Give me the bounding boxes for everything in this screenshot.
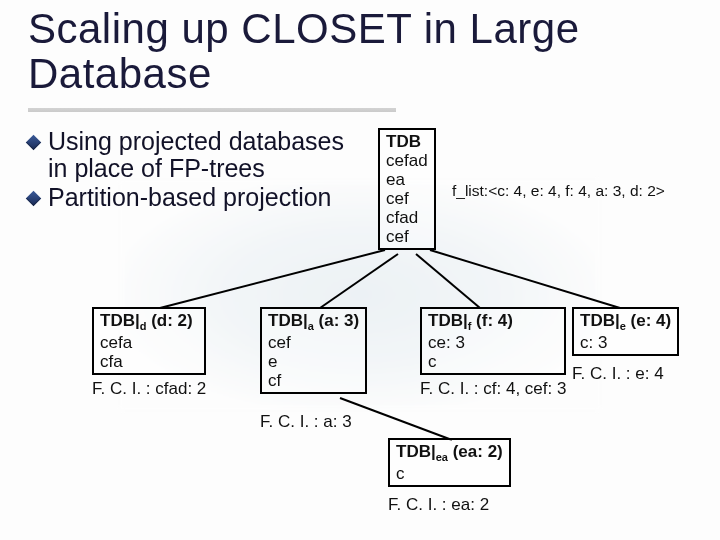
node-d: TDB|d (d: 2) cefa cfa F. C. I. : cfad: 2: [92, 307, 206, 398]
node-a-header: TDB|a (a: 3): [268, 311, 359, 330]
node-e: TDB|e (e: 4) c: 3 F. C. I. : e: 4: [572, 307, 679, 383]
node-f-fci: F. C. I. : cf: 4, cef: 3: [420, 379, 566, 398]
f-list: f_list:<c: 4, e: 4, f: 4, a: 3, d: 2>: [452, 182, 665, 200]
node-e-fci: F. C. I. : e: 4: [572, 364, 679, 383]
node-root-header: TDB: [386, 132, 428, 151]
node-f-header: TDB|f (f: 4): [428, 311, 513, 330]
node-root-row: cef: [386, 227, 428, 246]
node-d-row: cfa: [100, 352, 198, 371]
node-a-row: cef: [268, 333, 359, 352]
node-e-row: c: 3: [580, 333, 671, 352]
node-d-header: TDB|d (d: 2): [100, 311, 193, 330]
node-e-box: TDB|e (e: 4) c: 3: [572, 307, 679, 356]
node-f: TDB|f (f: 4) ce: 3 c F. C. I. : cf: 4, c…: [420, 307, 566, 398]
node-ea-header: TDB|ea (ea: 2): [396, 442, 503, 461]
node-ea-box: TDB|ea (ea: 2) c: [388, 438, 511, 487]
node-root-row: cef: [386, 189, 428, 208]
node-f-row: ce: 3: [428, 333, 558, 352]
bullet-item: Partition-based projection: [28, 184, 358, 211]
node-root-row: cefad: [386, 151, 428, 170]
bullet-list: Using projected databases in place of FP…: [28, 128, 358, 213]
node-d-box: TDB|d (d: 2) cefa cfa: [92, 307, 206, 375]
node-a-row: e: [268, 352, 359, 371]
slide-title: Scaling up CLOSET in Large Database: [28, 6, 688, 97]
node-root-row: cfad: [386, 208, 428, 227]
bullet-text: Partition-based projection: [48, 184, 332, 211]
node-ea-row: c: [396, 464, 503, 483]
bullet-item: Using projected databases in place of FP…: [28, 128, 358, 182]
diamond-icon: [26, 135, 42, 151]
bullet-text: Using projected databases in place of FP…: [48, 128, 358, 182]
title-underline: [28, 108, 396, 112]
diamond-icon: [26, 191, 42, 207]
node-ea-fci: F. C. I. : ea: 2: [388, 495, 511, 514]
node-d-fci: F. C. I. : cfad: 2: [92, 379, 206, 398]
node-ea: TDB|ea (ea: 2) c F. C. I. : ea: 2: [388, 438, 511, 514]
node-f-box: TDB|f (f: 4) ce: 3 c: [420, 307, 566, 375]
node-a-row: cf: [268, 371, 359, 390]
node-a-fci: F. C. I. : a: 3: [260, 412, 367, 431]
node-a: TDB|a (a: 3) cef e cf F. C. I. : a: 3: [260, 307, 367, 431]
node-root: TDB cefad ea cef cfad cef: [378, 128, 436, 250]
node-d-row: cefa: [100, 333, 198, 352]
node-f-row: c: [428, 352, 558, 371]
node-a-box: TDB|a (a: 3) cef e cf: [260, 307, 367, 394]
node-e-header: TDB|e (e: 4): [580, 311, 671, 330]
node-root-row: ea: [386, 170, 428, 189]
node-root-box: TDB cefad ea cef cfad cef: [378, 128, 436, 250]
